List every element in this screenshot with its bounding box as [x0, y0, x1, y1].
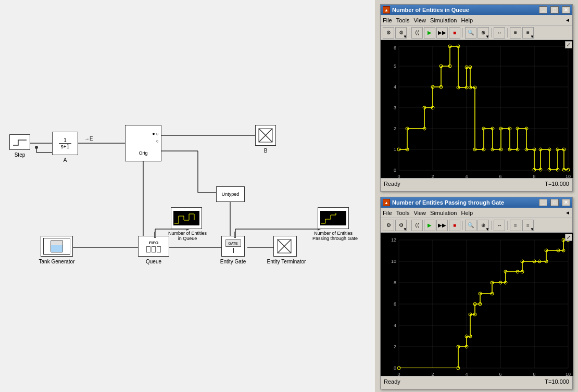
scope2-props-btn[interactable]: ≡: [510, 220, 521, 231]
scope2-menu-file[interactable]: File: [383, 210, 392, 216]
blockB-label: B: [255, 148, 276, 154]
svg-text:1: 1: [394, 147, 396, 152]
scope1-gear-btn[interactable]: ⚙: [383, 27, 394, 39]
scope2-maximize[interactable]: □: [550, 199, 559, 206]
svg-text:10: 10: [566, 372, 571, 376]
scope2-menu-simulation[interactable]: Simulation: [430, 210, 457, 216]
simulink-canvas: →E: [0, 0, 375, 392]
svg-text:6: 6: [499, 372, 501, 376]
scope2-gear-btn[interactable]: ⚙: [383, 220, 394, 231]
tank-gen-block[interactable]: [41, 236, 73, 257]
connection-lines: →E: [0, 0, 375, 392]
scope1-menu-view[interactable]: View: [413, 17, 426, 23]
svg-text:0: 0: [394, 365, 396, 371]
scope2-toolbar: ⚙ ⚙ ▼ ⟨⟨ ▶ ▶▶ ■ 🔍 ⊕ ▼ ↔ ≡ ≡ ▼: [381, 218, 572, 233]
scope2-ffwd-btn[interactable]: ▶▶: [436, 220, 448, 231]
sep7: [491, 221, 492, 230]
scope2-zoom-btn[interactable]: 🔍: [465, 220, 476, 231]
scope1-play-btn[interactable]: ▶: [424, 27, 435, 39]
scope2-expand-btn[interactable]: ⤢: [565, 234, 572, 241]
scope2-rewind-btn[interactable]: ⟨⟨: [411, 220, 423, 231]
svg-text:0: 0: [397, 372, 400, 376]
svg-text:8: 8: [533, 372, 535, 376]
scope1-close[interactable]: ✕: [562, 6, 570, 14]
entity-gate-block[interactable]: GATE: [221, 236, 245, 257]
scope1-props-btn[interactable]: ≡: [510, 27, 521, 39]
svg-text:2: 2: [394, 126, 396, 131]
entity-term-block[interactable]: [273, 236, 297, 257]
scope2-menu-tools[interactable]: Tools: [396, 210, 410, 216]
scope2-menu-view[interactable]: View: [413, 210, 426, 216]
num-ent-queue-label: Number of Entitiesin Queue: [167, 231, 208, 241]
scope2-menu-help[interactable]: Help: [461, 210, 473, 216]
svg-text:6: 6: [394, 45, 396, 50]
num-ent-gate-block[interactable]: [318, 207, 349, 229]
step-label: Step: [9, 152, 30, 158]
orig-block[interactable]: ●○ ○ Orig: [125, 125, 161, 161]
blockB[interactable]: [255, 125, 276, 146]
sensor-gate: [234, 232, 236, 238]
svg-text:5: 5: [394, 64, 396, 69]
untyped-block[interactable]: Untyped: [216, 186, 245, 202]
scope1-rewind-btn[interactable]: ⟨⟨: [411, 27, 423, 39]
scope2-titlebar: ▲ Number of Entities Passing through Gat…: [381, 197, 572, 208]
scope2-icon: ▲: [383, 199, 390, 206]
fifo-block[interactable]: FIFO: [138, 236, 169, 257]
scope1-plot: ⤢ 0 1 2 3 4 5 6 0 2 4 6 8: [381, 40, 573, 178]
untyped-label: Untyped: [222, 192, 240, 197]
svg-text:3: 3: [394, 105, 396, 110]
svg-rect-106: [399, 238, 568, 368]
scope2-close[interactable]: ✕: [562, 199, 570, 206]
scope1-menu-tools[interactable]: Tools: [396, 17, 410, 23]
scope2-play-btn[interactable]: ▶: [424, 220, 435, 231]
sep8: [507, 221, 508, 230]
svg-text:4: 4: [394, 323, 396, 328]
scope2-status: Ready: [384, 378, 400, 385]
svg-text:10: 10: [391, 259, 396, 264]
svg-text:10: 10: [566, 174, 571, 178]
scope-window-1: ▲ Number of Entities in Queue _ □ ✕ File…: [380, 4, 573, 192]
scope1-arrow: ◄: [565, 17, 570, 23]
scope1-expand-btn[interactable]: ⤢: [565, 41, 572, 48]
scope1-stop-btn[interactable]: ■: [449, 27, 460, 39]
svg-text:6: 6: [499, 174, 501, 178]
diagram-area: →E: [0, 0, 375, 392]
scope1-svg: 0 1 2 3 4 5 6 0 2 4 6 8 10: [381, 40, 573, 178]
num-ent-queue-block[interactable]: [171, 207, 202, 229]
sep1: [409, 28, 409, 37]
blockA[interactable]: 1 s+1: [52, 132, 78, 155]
svg-text:2: 2: [431, 372, 434, 376]
sep5: [409, 221, 409, 230]
scope1-time: T=10.000: [545, 181, 569, 187]
scope1-ffwd-btn[interactable]: ▶▶: [436, 27, 448, 39]
svg-text:6: 6: [394, 301, 396, 307]
scope2-stop-btn[interactable]: ■: [449, 220, 460, 231]
scope2-plot: ⤢ 0 2 4 6 8 10 12 0 2 4 6 8 10: [381, 233, 573, 376]
scope1-maximize[interactable]: □: [550, 6, 559, 14]
tank-gen-label: Tank Generator: [35, 259, 78, 264]
scope2-statusbar: Ready T=10.000: [381, 376, 572, 386]
svg-text:8: 8: [533, 174, 535, 178]
scope1-zoom-btn[interactable]: 🔍: [465, 27, 476, 39]
scope2-arrow: ◄: [565, 210, 570, 216]
scope1-scale-btn[interactable]: ↔: [494, 27, 505, 39]
scope2-time: T=10.000: [545, 378, 569, 385]
svg-text:4: 4: [465, 372, 468, 376]
sep6: [462, 221, 463, 230]
scope1-statusbar: Ready T=10.000: [381, 178, 572, 188]
entity-term-label: Entity Terminator: [266, 259, 307, 264]
scope1-minimize[interactable]: _: [539, 6, 547, 14]
step-block[interactable]: [9, 134, 30, 150]
scope1-menu-help[interactable]: Help: [461, 17, 473, 23]
scope2-minimize[interactable]: _: [539, 199, 547, 206]
sep2: [462, 28, 463, 37]
sep4: [507, 28, 508, 37]
svg-text:2: 2: [431, 174, 434, 178]
scope2-scale-btn[interactable]: ↔: [494, 220, 505, 231]
svg-text:→E: →E: [84, 136, 93, 142]
scope1-toolbar: ⚙ ⚙ ▼ ⟨⟨ ▶ ▶▶ ■ 🔍 ⊕ ▼ ↔ ≡ ≡ ▼: [381, 26, 572, 40]
scope1-menu-file[interactable]: File: [383, 17, 392, 23]
scope1-menu-simulation[interactable]: Simulation: [430, 17, 457, 23]
sep3: [491, 28, 492, 37]
scope2-svg: 0 2 4 6 8 10 12 0 2 4 6 8 10: [381, 233, 573, 376]
